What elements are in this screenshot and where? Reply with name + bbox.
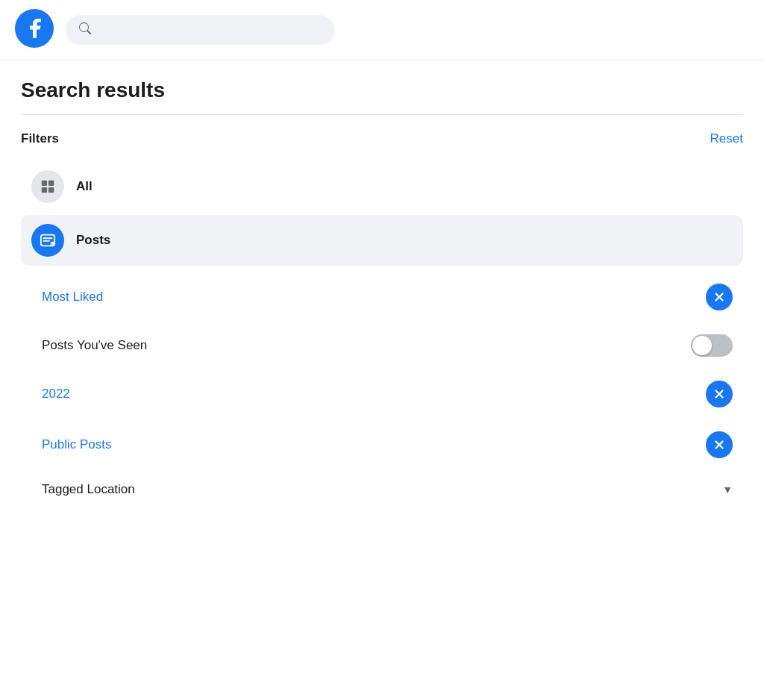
posts-filter-icon [31, 224, 64, 257]
sub-filter-2022[interactable]: 2022 [31, 369, 743, 419]
tagged-location-label: Tagged Location [42, 482, 135, 497]
filter-item-all[interactable]: All [21, 161, 743, 212]
filters-label: Filters [21, 131, 59, 146]
header: digital marketing [0, 0, 764, 60]
all-filter-icon [31, 170, 64, 203]
page-title: Search results [21, 78, 743, 102]
search-bar[interactable]: digital marketing [66, 15, 334, 45]
filter-item-posts[interactable]: Posts [21, 215, 743, 266]
posts-filter-label: Posts [76, 233, 110, 248]
svg-point-8 [51, 242, 55, 246]
search-icon [79, 22, 91, 37]
posts-seen-label: Posts You've Seen [42, 338, 147, 353]
svg-rect-3 [42, 187, 47, 193]
sub-filters: Most Liked Posts You've Seen 2022 Public… [21, 272, 743, 509]
sub-filter-public-posts[interactable]: Public Posts [31, 419, 743, 470]
svg-rect-2 [48, 181, 54, 186]
posts-seen-toggle[interactable] [691, 334, 733, 357]
year-label: 2022 [42, 387, 70, 401]
tagged-location-dropdown-icon: ▼ [722, 484, 733, 496]
all-filter-label: All [76, 179, 93, 194]
toggle-thumb [692, 336, 712, 355]
most-liked-remove-button[interactable] [706, 284, 733, 310]
section-divider [21, 114, 743, 115]
sub-filter-tagged-location[interactable]: Tagged Location ▼ [31, 470, 743, 509]
public-posts-label: Public Posts [42, 437, 112, 452]
sub-filter-most-liked[interactable]: Most Liked [31, 272, 743, 322]
search-input[interactable]: digital marketing [98, 22, 321, 37]
public-posts-remove-button[interactable] [706, 431, 733, 458]
most-liked-label: Most Liked [42, 290, 103, 304]
toggle-track [691, 334, 733, 357]
filters-header: Filters Reset [21, 131, 743, 146]
facebook-logo[interactable] [15, 9, 54, 51]
svg-rect-1 [42, 181, 47, 186]
main-content: Search results Filters Reset All [0, 60, 764, 527]
svg-rect-4 [48, 187, 54, 193]
reset-button[interactable]: Reset [710, 131, 743, 146]
sub-filter-posts-seen[interactable]: Posts You've Seen [31, 322, 743, 369]
year-remove-button[interactable] [706, 381, 733, 407]
